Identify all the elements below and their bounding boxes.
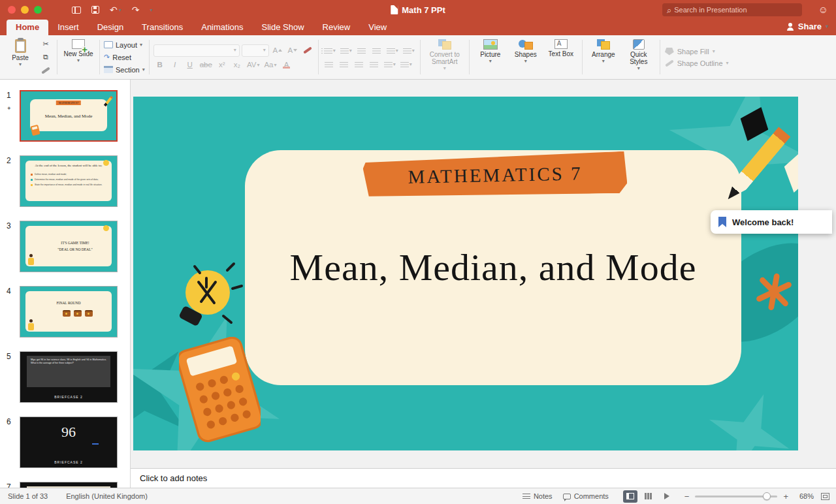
shrink-font-icon [293,49,297,52]
subscript-button[interactable]: x₂ [231,59,244,71]
align-objects-button[interactable]: ▾ [383,59,397,70]
reset-button[interactable]: ↷ Reset [104,52,145,63]
tab-view[interactable]: View [359,20,396,35]
tab-home[interactable]: Home [7,20,48,35]
bold-button[interactable]: B [153,59,167,71]
cut-button[interactable]: ✂ [39,39,53,50]
close-window-button[interactable] [8,6,16,14]
text-direction-button[interactable]: ▾ [399,59,413,70]
align-left-button[interactable] [323,59,336,70]
thumb-cream-card [25,226,112,266]
slide-canvas[interactable]: MATHEMATICS 7 Mean, Median, and Mode [133,97,798,450]
language-indicator[interactable]: English (United Kingdom) [66,492,148,500]
slide-title-text[interactable]: Mean, Median, and Mode [245,245,741,289]
slide-5-thumbnail[interactable]: Miya got 96 in her science class, 98 in … [20,351,118,403]
tab-review[interactable]: Review [314,20,360,35]
increase-indent-button[interactable] [370,45,383,56]
slide-editor-area: MATHEMATICS 7 Mean, Median, and Mode [131,80,836,468]
format-painter-button[interactable] [39,65,53,76]
clear-formatting-button[interactable] [301,45,314,56]
comments-toggle-button[interactable]: Comments [563,492,609,500]
shrink-font-button[interactable]: A [286,45,299,56]
font-size-select[interactable]: ▾ [242,44,269,57]
grow-font-button[interactable]: A [271,45,284,56]
slides-group: New Slide ▾ [59,37,97,78]
new-slide-button[interactable]: New Slide ▾ [61,37,95,62]
smartart-icon [438,39,451,50]
redo-button[interactable]: ↷ [132,5,140,14]
animation-indicator-icon: ✦ [7,105,20,112]
shape-fill-button[interactable]: Shape Fill ▾ [665,48,729,55]
ribbon-tabbar: Home Insert Design Transitions Animation… [0,20,836,35]
welcome-back-toast[interactable]: Welcome back! [711,210,832,234]
paragraph-group: ▾ ▾ ▾ ▾ ▾ ▾ [321,37,418,78]
convert-to-smartart-button[interactable]: Convert to SmartArt ▾ [425,37,465,70]
zoom-percentage[interactable]: 68% [794,492,814,500]
zoom-in-button[interactable]: + [783,492,788,501]
zoom-slider[interactable] [695,496,777,497]
change-case-button[interactable]: Aa▾ [263,59,278,71]
justify-button[interactable] [368,59,381,70]
notes-toggle-button[interactable]: Notes [522,492,553,500]
notes-pane[interactable]: Click to add notes [131,468,836,488]
slide-1-thumbnail[interactable]: MATHEMATICS7 Mean, Median, and Mode [20,90,118,142]
shape-outline-button[interactable]: Shape Outline ▾ [665,59,729,67]
tab-transitions[interactable]: Transitions [133,20,192,35]
text-box-button[interactable]: Text Box [544,37,578,57]
search-input[interactable] [674,6,797,14]
arrange-button[interactable]: Arrange ▾ [587,37,620,63]
slide-7-thumbnail[interactable]: Eudora's mother bought three apples, [20,482,118,488]
layout-button[interactable]: Layout ▾ [104,40,145,50]
toolbar-options-button[interactable]: ▾ [150,8,152,12]
underline-button[interactable]: U [184,59,197,71]
normal-view-button[interactable] [623,490,637,503]
align-right-button[interactable] [353,59,366,70]
paste-button[interactable]: Paste ▾ [3,37,37,66]
undo-caret-icon[interactable]: ▾ [119,8,121,12]
character-spacing-button[interactable]: AV▾ [246,59,261,71]
slide-3-thumbnail[interactable]: IT'S GAME TIME! "DEAL OR NO DEAL" [20,221,118,272]
tab-insert[interactable]: Insert [48,20,88,35]
slide-4-thumbnail[interactable]: FINAL ROUND [20,286,118,338]
strikethrough-button[interactable]: abe [199,59,214,71]
slide-show-button[interactable] [660,490,674,503]
zoom-out-button[interactable]: − [684,492,690,501]
zoom-slider-knob[interactable] [763,492,771,500]
slide-number-column: 4 [0,286,20,338]
slide-2-thumbnail[interactable]: At the end of the lesson, the student wi… [20,155,118,207]
strikethrough-label: abe [200,61,212,69]
tab-design[interactable]: Design [88,20,133,35]
quick-styles-icon [633,39,645,50]
font-name-select[interactable]: ▾ [153,44,240,57]
minimize-window-button[interactable] [21,6,29,14]
bullets-button[interactable]: ▾ [323,45,337,56]
numbering-button[interactable]: ▾ [339,45,353,56]
columns-button[interactable]: ▾ [402,45,416,56]
save-button[interactable] [91,6,99,14]
notes-placeholder[interactable]: Click to add notes [140,473,207,483]
superscript-button[interactable]: x² [216,59,229,71]
share-button[interactable]: Share ▾ [786,22,828,31]
section-button[interactable]: Section ▾ [104,65,145,75]
undo-button[interactable]: ↶▾ [110,5,121,14]
tab-animations[interactable]: Animations [192,20,252,35]
feedback-smiley-icon[interactable]: ☺ [818,4,828,15]
search-box[interactable]: ⌕ [662,3,802,16]
quick-styles-button[interactable]: Quick Styles ▾ [622,37,656,70]
fullscreen-window-button[interactable] [34,6,42,14]
slide-sorter-view-button[interactable] [641,490,656,503]
italic-button[interactable]: I [169,59,182,71]
font-color-button[interactable]: A [280,59,293,71]
picture-button[interactable]: Picture ▾ [474,37,507,63]
align-center-button[interactable] [338,59,351,70]
copy-icon: ⧉ [43,53,48,61]
line-spacing-button[interactable]: ▾ [385,45,400,56]
fit-slide-to-window-button[interactable] [821,493,829,500]
tab-slide-show[interactable]: Slide Show [253,20,314,35]
slide-banner-text[interactable]: MATHEMATICS 7 [408,163,583,188]
toggle-sidebar-icon[interactable] [72,7,81,14]
slide-6-thumbnail[interactable]: 96 BRIEFCASE 2 [20,417,118,468]
decrease-indent-button[interactable] [355,45,368,56]
shapes-button[interactable]: Shapes ▾ [509,37,543,63]
copy-button[interactable]: ⧉ [39,52,53,63]
